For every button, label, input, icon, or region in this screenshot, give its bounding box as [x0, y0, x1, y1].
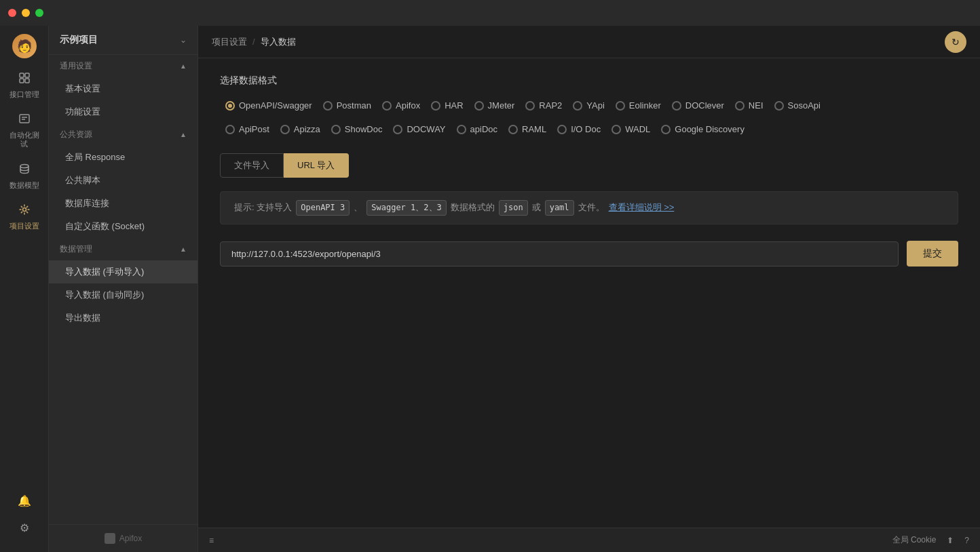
format-rap2-label: RAP2 [539, 100, 562, 111]
nav-item-custom-func[interactable]: 自定义函数 (Socket) [49, 215, 197, 238]
format-option-google-discovery[interactable]: Google Discovery [656, 121, 750, 137]
radio-google-discovery [661, 125, 671, 134]
nav-sidebar: 示例项目 ⌄ 通用设置 ▲ 基本设置 功能设置 公共资源 ▲ 全局 Respon… [49, 26, 198, 552]
hint-detail-link[interactable]: 查看详细说明 >> [609, 201, 675, 215]
url-input-row: 提交 [220, 241, 958, 267]
share-icon[interactable]: ⬆ [947, 536, 954, 545]
close-button[interactable] [8, 9, 16, 17]
format-option-apipost[interactable]: ApiPost [220, 121, 275, 137]
nav-item-import-manual[interactable]: 导入数据 (手动导入) [49, 260, 197, 283]
datamodel-label: 数据模型 [10, 181, 39, 190]
format-option-apifox[interactable]: Apifox [377, 98, 426, 113]
format-grid: OpenAPI/Swagger Postman Apifox HAR [220, 98, 958, 137]
format-option-showdoc[interactable]: ShowDoc [326, 121, 388, 137]
format-option-raml[interactable]: RAML [503, 121, 552, 137]
format-option-nei[interactable]: NEI [730, 98, 769, 113]
nav-section-general: 通用设置 ▲ 基本设置 功能设置 [49, 55, 197, 123]
breadcrumb: 项目设置 / 导入数据 [212, 36, 296, 48]
format-option-docclever[interactable]: DOClever [666, 98, 730, 113]
top-bar: 项目设置 / 导入数据 ↻ [198, 26, 980, 58]
radio-jmeter [474, 101, 484, 111]
minimize-button[interactable] [22, 9, 30, 17]
gear-icon[interactable]: ⚙ [14, 517, 35, 538]
hint-badge-openapi3: OpenAPI 3 [296, 200, 350, 216]
avatar[interactable]: 🧑 [12, 34, 37, 58]
svg-point-7 [20, 164, 29, 167]
format-option-postman[interactable]: Postman [318, 98, 377, 113]
nav-item-export[interactable]: 导出数据 [49, 307, 197, 330]
radio-showdoc [331, 125, 341, 134]
global-cookie-label[interactable]: 全局 Cookie [892, 534, 937, 546]
format-option-apidoc[interactable]: apiDoc [451, 121, 503, 137]
nav-item-features[interactable]: 功能设置 [49, 100, 197, 123]
radio-eolinker [616, 101, 625, 111]
nav-item-import-auto[interactable]: 导入数据 (自动同步) [49, 283, 197, 307]
svg-rect-1 [25, 73, 29, 77]
radio-apipost [225, 125, 235, 134]
nav-item-public-script[interactable]: 公共脚本 [49, 169, 197, 192]
tab-url-import[interactable]: URL 导入 [284, 153, 349, 178]
sidebar-item-autotest[interactable]: 自动化测试 [4, 107, 45, 154]
svg-rect-0 [20, 73, 24, 77]
hint-badge-swagger: Swagger 1、2、3 [366, 200, 446, 216]
nav-section-data: 数据管理 ▲ 导入数据 (手动导入) 导入数据 (自动同步) 导出数据 [49, 238, 197, 330]
menu-icon[interactable]: ≡ [209, 536, 214, 545]
format-option-har[interactable]: HAR [426, 98, 468, 113]
nav-section-general-header[interactable]: 通用设置 ▲ [49, 55, 197, 77]
nav-item-basic[interactable]: 基本设置 [49, 77, 197, 100]
nav-section-resources-header[interactable]: 公共资源 ▲ [49, 123, 197, 146]
refresh-icon: ↻ [951, 37, 960, 47]
format-option-eolinker[interactable]: Eolinker [610, 98, 666, 113]
svg-rect-3 [25, 79, 29, 83]
tab-file-import[interactable]: 文件导入 [220, 153, 284, 178]
format-option-openapi[interactable]: OpenAPI/Swagger [220, 98, 318, 113]
format-option-docway[interactable]: DOCWAY [388, 121, 451, 137]
hint-badge-json: json [499, 200, 528, 216]
radio-rap2 [525, 101, 535, 111]
format-jmeter-label: JMeter [488, 100, 515, 111]
hint-middle: 数据格式的 [451, 201, 495, 215]
project-header[interactable]: 示例项目 ⌄ [49, 26, 197, 55]
bell-icon[interactable]: 🔔 [14, 490, 35, 511]
format-apidoc-label: apiDoc [470, 124, 497, 134]
nav-item-global-response[interactable]: 全局 Response [49, 146, 197, 169]
radio-har [431, 101, 440, 111]
url-input[interactable] [220, 241, 899, 267]
format-option-iodoc[interactable]: I/O Doc [552, 121, 606, 137]
submit-button[interactable]: 提交 [907, 241, 958, 267]
import-tabs: 文件导入 URL 导入 [220, 153, 958, 178]
autotest-icon [18, 113, 31, 128]
nav-section-data-header[interactable]: 数据管理 ▲ [49, 238, 197, 260]
sidebar-item-settings[interactable]: 项目设置 [4, 198, 45, 236]
nav-item-db-connection[interactable]: 数据库连接 [49, 192, 197, 215]
format-option-wadl[interactable]: WADL [606, 121, 656, 137]
radio-apizza [280, 125, 290, 134]
sidebar-item-interface[interactable]: 接口管理 [4, 66, 45, 104]
radio-apifox [382, 101, 392, 111]
interface-label: 接口管理 [10, 90, 39, 99]
maximize-button[interactable] [35, 9, 43, 17]
main-content: 项目设置 / 导入数据 ↻ 选择数据格式 OpenAPI/Swagger [198, 26, 980, 552]
format-option-rap2[interactable]: RAP2 [520, 98, 567, 113]
hint-bar: 提示: 支持导入 OpenAPI 3 、 Swagger 1、2、3 数据格式的… [220, 191, 958, 224]
format-option-apizza[interactable]: Apizza [275, 121, 326, 137]
nav-section-resources-arrow: ▲ [180, 131, 187, 138]
svg-point-8 [22, 208, 26, 211]
format-openapi-label: OpenAPI/Swagger [239, 100, 312, 111]
radio-nei [735, 101, 745, 111]
title-bar [0, 0, 980, 26]
format-showdoc-label: ShowDoc [345, 124, 383, 134]
format-option-jmeter[interactable]: JMeter [469, 98, 521, 113]
nav-section-general-label: 通用设置 [60, 60, 92, 72]
refresh-button[interactable]: ↻ [945, 31, 966, 53]
format-option-yapi[interactable]: YApi [567, 98, 610, 113]
format-option-sosoapi[interactable]: SosoApi [769, 98, 826, 113]
help-icon[interactable]: ? [964, 536, 969, 545]
status-bar-right: 全局 Cookie ⬆ ? [892, 534, 969, 546]
status-bar-left: ≡ [209, 536, 214, 545]
format-apifox-label: Apifox [396, 100, 420, 111]
format-row-1: OpenAPI/Swagger Postman Apifox HAR [220, 98, 958, 113]
radio-openapi [225, 101, 235, 111]
breadcrumb-current: 导入数据 [261, 36, 296, 48]
sidebar-item-datamodel[interactable]: 数据模型 [4, 157, 45, 195]
